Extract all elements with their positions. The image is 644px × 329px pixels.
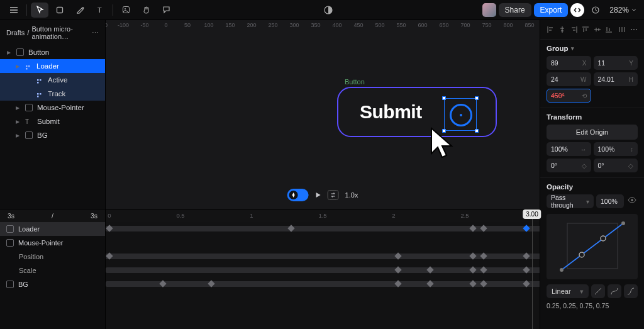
y-input[interactable]: 11Y xyxy=(594,56,638,70)
align-right-icon[interactable] xyxy=(569,24,579,35)
svg-rect-7 xyxy=(28,65,30,67)
move-tool-icon[interactable] xyxy=(31,3,48,18)
rectangle-tool-icon[interactable] xyxy=(51,3,69,18)
svg-rect-0 xyxy=(57,7,63,13)
scale-y-input[interactable]: 100%↕ xyxy=(594,142,638,156)
timeline-row-loader[interactable]: Loader xyxy=(0,222,105,236)
timeline-row-mouse-pointer[interactable]: Mouse-Pointer xyxy=(0,236,105,250)
theme-toggle-icon[interactable] xyxy=(323,5,333,15)
easing-preset-3[interactable] xyxy=(624,284,638,298)
align-vcenter-icon[interactable] xyxy=(592,24,603,35)
edit-origin-button[interactable]: Edit Origin xyxy=(547,125,638,140)
svg-line-17 xyxy=(562,223,623,270)
layer-row-button[interactable]: ▸Button xyxy=(0,45,105,59)
inspector-panel: ⋯ Group▾ 89X 11Y 24W 24.01H 450°⟲ Transf… xyxy=(540,20,644,209)
avatar[interactable] xyxy=(482,3,496,17)
interactions-toggle[interactable] xyxy=(287,189,309,201)
svg-point-19 xyxy=(601,236,606,241)
zoom-level[interactable]: 282% xyxy=(607,6,639,14)
layer-row-bg[interactable]: ▸BG xyxy=(0,128,105,142)
history-icon[interactable] xyxy=(587,3,604,18)
svg-rect-13 xyxy=(40,93,42,95)
align-left-icon[interactable] xyxy=(545,24,556,35)
breadcrumb[interactable]: Drafts/ Button micro-animation… ⋯ xyxy=(0,20,105,45)
timeline-row-scale[interactable]: Scale xyxy=(0,264,105,277)
timeline-row-position[interactable]: Position xyxy=(0,250,105,264)
easing-type-select[interactable]: Linear▾ xyxy=(547,284,589,298)
svg-rect-8 xyxy=(26,68,28,70)
svg-rect-10 xyxy=(40,79,42,81)
easing-preset-1[interactable] xyxy=(591,284,605,298)
selection-heading[interactable]: Group▾ xyxy=(547,45,638,52)
playback-speed[interactable]: 1.0x xyxy=(345,191,358,199)
easing-curve[interactable] xyxy=(547,214,638,279)
more-align-icon[interactable]: ⋯ xyxy=(628,24,639,35)
layer-row-mouse-pointer[interactable]: ▸Mouse-Pointer xyxy=(0,101,105,114)
svg-rect-6 xyxy=(26,65,28,67)
svg-rect-11 xyxy=(37,82,39,84)
easing-panel: Linear▾ 0.25, 0.25, 0.75, 0.75 xyxy=(540,209,644,329)
button-preview-text: Submit xyxy=(360,101,422,123)
svg-rect-12 xyxy=(37,93,39,95)
comment-tool-icon[interactable] xyxy=(157,3,175,18)
image-tool-icon[interactable] xyxy=(117,3,135,18)
share-button[interactable]: Share xyxy=(499,3,531,17)
x-input[interactable]: 89X xyxy=(547,56,591,70)
pen-tool-icon[interactable] xyxy=(71,3,89,18)
playhead[interactable] xyxy=(532,209,533,329)
timeline-row-bg[interactable]: BG xyxy=(0,277,105,291)
timeline-duration[interactable]: 3s/3s xyxy=(0,209,105,222)
layer-row-loader[interactable]: ▸Loader xyxy=(0,59,105,73)
export-button[interactable]: Export xyxy=(534,3,569,17)
code-icon[interactable] xyxy=(570,3,584,17)
opacity-heading: Opacity xyxy=(547,183,638,191)
text-tool-icon[interactable]: T xyxy=(91,3,109,18)
playback-controls: 1.0x xyxy=(287,189,358,201)
mouse-pointer-glyph xyxy=(428,127,457,162)
loader-ring xyxy=(450,104,472,126)
layer-row-track[interactable]: Track xyxy=(0,87,105,101)
skew-x-input[interactable]: 0°◇ xyxy=(547,159,591,172)
svg-point-3 xyxy=(125,8,126,9)
blend-mode-select[interactable]: Pass through▾ xyxy=(547,194,594,208)
svg-point-21 xyxy=(621,221,625,225)
svg-rect-9 xyxy=(37,79,39,81)
rotation-input[interactable]: 450°⟲ xyxy=(547,89,591,103)
svg-text:T: T xyxy=(97,6,102,14)
layer-row-submit[interactable]: ▸TSubmit xyxy=(0,114,105,128)
scale-x-input[interactable]: 100%↔ xyxy=(547,142,591,156)
playhead-badge[interactable]: 3.00 xyxy=(523,209,541,219)
distribute-icon[interactable] xyxy=(617,24,628,35)
align-bottom-icon[interactable] xyxy=(604,24,614,35)
opacity-input[interactable]: 100% xyxy=(596,194,624,208)
topbar: T Share Export 282% xyxy=(0,0,644,20)
svg-point-15 xyxy=(631,199,633,201)
svg-point-18 xyxy=(579,252,584,257)
h-input[interactable]: 24.01H xyxy=(594,72,638,86)
align-hcenter-icon[interactable] xyxy=(557,24,568,35)
play-button[interactable] xyxy=(315,192,321,198)
bezier-values[interactable]: 0.25, 0.25, 0.75, 0.75 xyxy=(547,302,638,309)
svg-point-20 xyxy=(560,268,564,272)
w-input[interactable]: 24W xyxy=(547,72,591,86)
loop-button[interactable] xyxy=(328,190,339,200)
hand-tool-icon[interactable] xyxy=(137,3,155,18)
easing-preset-2[interactable] xyxy=(608,284,621,298)
breadcrumb-menu-icon[interactable]: ⋯ xyxy=(92,29,99,37)
layers-panel: Drafts/ Button micro-animation… ⋯ ▸Butto… xyxy=(0,20,106,209)
skew-y-input[interactable]: 0°◇ xyxy=(594,159,638,172)
align-top-icon[interactable] xyxy=(580,24,591,35)
transform-heading: Transform xyxy=(547,113,638,121)
menu-icon[interactable] xyxy=(5,3,23,18)
frame-label: Button xyxy=(345,78,365,86)
canvas[interactable]: -150-100-5005010015020025030035040045050… xyxy=(106,20,540,209)
svg-rect-14 xyxy=(37,96,39,98)
align-tools: ⋯ xyxy=(540,20,644,40)
layer-row-active[interactable]: Active xyxy=(0,73,105,87)
visibility-icon[interactable] xyxy=(626,194,638,206)
horizontal-ruler: -150-100-5005010015020025030035040045050… xyxy=(106,20,540,33)
selection-bounds[interactable] xyxy=(444,98,477,131)
